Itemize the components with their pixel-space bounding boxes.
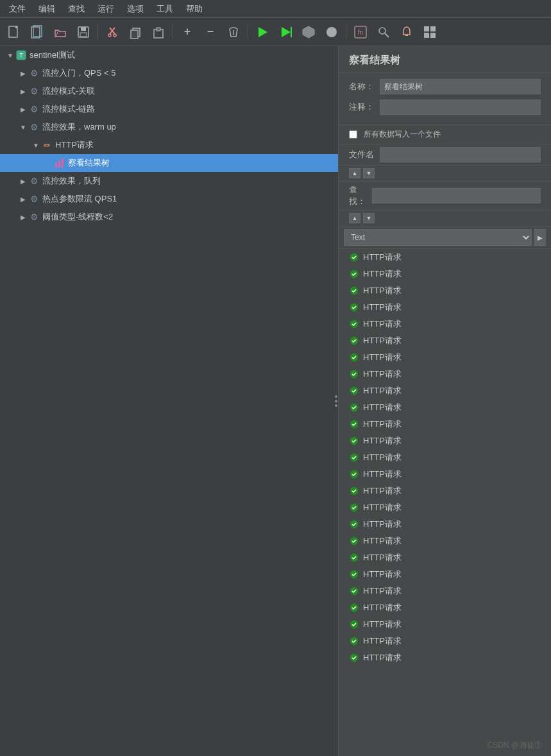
result-item[interactable]: HTTP请求 [339, 516, 551, 533]
tree-node-5[interactable]: ▶ ⚙ 流控效果，队列 [0, 172, 338, 190]
shield-icon [349, 469, 359, 479]
down-arrow-btn-2[interactable]: ▼ [363, 213, 375, 223]
gear-icon-2: ⚙ [28, 85, 40, 97]
result-item[interactable]: HTTP请求 [339, 466, 551, 483]
add-button[interactable]: + [177, 22, 198, 42]
up-arrow-btn-2[interactable]: ▲ [349, 213, 360, 223]
handle-dot-3 [335, 404, 337, 407]
dropdown-row: Text RegExp CSS ▶ [339, 227, 551, 249]
menu-options[interactable]: 选项 [121, 1, 150, 17]
down-arrow-btn-1[interactable]: ▼ [363, 168, 375, 178]
paste-button[interactable] [148, 22, 169, 42]
result-item[interactable]: HTTP请求 [339, 566, 551, 583]
label-6: 热点参数限流 QPS1 [42, 193, 117, 205]
result-item[interactable]: HTTP请求 [339, 583, 551, 599]
label-2: 流控模式-关联 [42, 85, 95, 97]
svg-point-23 [379, 28, 386, 34]
search-toolbar-button[interactable] [373, 22, 394, 42]
tree-panel: ▼ T sentinel测试 ▶ ⚙ 流控入门，QPS < 5 ▶ ⚙ 流控模式… [0, 46, 339, 756]
chart-icon-4b [54, 157, 65, 169]
result-item[interactable]: HTTP请求 [339, 282, 551, 299]
grid-button[interactable] [420, 22, 440, 42]
result-item[interactable]: HTTP请求 [339, 549, 551, 566]
tree-node-2[interactable]: ▶ ⚙ 流控模式-关联 [0, 82, 338, 100]
shield-icon [349, 603, 359, 613]
filename-input[interactable] [380, 147, 541, 162]
result-item[interactable]: HTTP请求 [339, 316, 551, 332]
svg-rect-12 [131, 30, 138, 39]
result-item[interactable]: HTTP请求 [339, 633, 551, 649]
name-label: 名称： [349, 81, 380, 92]
result-item[interactable]: HTTP请求 [339, 266, 551, 282]
result-item-label: HTTP请求 [363, 352, 402, 363]
shield-icon [349, 503, 359, 513]
write-all-checkbox[interactable] [349, 130, 357, 139]
cut-button[interactable] [102, 22, 123, 42]
menu-find[interactable]: 查找 [62, 1, 91, 17]
pencil-icon-4a: ✏ [41, 139, 53, 151]
menu-edit[interactable]: 编辑 [32, 1, 62, 17]
result-item-label: HTTP请求 [363, 368, 402, 380]
result-item[interactable]: HTTP请求 [339, 299, 551, 316]
remove-button[interactable]: − [200, 22, 221, 42]
result-item[interactable]: HTTP请求 [339, 382, 551, 399]
run-button[interactable] [252, 22, 273, 42]
result-item[interactable]: HTTP请求 [339, 533, 551, 549]
tree-node-1[interactable]: ▶ ⚙ 流控入门，QPS < 5 [0, 64, 338, 82]
panel-resize-handle[interactable] [335, 395, 337, 407]
menu-tools[interactable]: 工具 [150, 1, 180, 17]
result-item[interactable]: HTTP请求 [339, 499, 551, 516]
menu-file[interactable]: 文件 [3, 1, 32, 17]
file-row: 文件名 [339, 144, 551, 166]
run-remote-button[interactable] [275, 22, 296, 42]
result-item-label: HTTP请求 [363, 635, 402, 647]
tree-node-6[interactable]: ▶ ⚙ 热点参数限流 QPS1 [0, 190, 338, 208]
result-item[interactable]: HTTP请求 [339, 449, 551, 466]
up-arrow-btn-1[interactable]: ▲ [349, 168, 360, 178]
save-button[interactable] [73, 22, 94, 42]
new-button[interactable] [4, 22, 24, 42]
toolbar: + − fn [0, 18, 551, 46]
result-item[interactable]: HTTP请求 [339, 483, 551, 499]
tree-node-7[interactable]: ▶ ⚙ 阈值类型-线程数<2 [0, 208, 338, 226]
svg-rect-6 [80, 33, 87, 37]
result-item[interactable]: HTTP请求 [339, 433, 551, 449]
stop-all-button[interactable] [321, 22, 342, 42]
search-label: 查找： [349, 184, 372, 207]
function-button[interactable]: fn [350, 22, 371, 42]
search-input[interactable] [372, 188, 541, 203]
result-item[interactable]: HTTP请求 [339, 332, 551, 349]
bell-button[interactable] [396, 22, 417, 42]
new-template-button[interactable] [27, 22, 47, 42]
view-type-select[interactable]: Text RegExp CSS [344, 229, 532, 246]
tree-root[interactable]: ▼ T sentinel测试 [0, 46, 338, 64]
shield-icon [349, 653, 359, 663]
open-button[interactable] [50, 22, 71, 42]
comment-input[interactable] [380, 99, 541, 115]
result-item[interactable]: HTTP请求 [339, 399, 551, 416]
clear-button[interactable] [223, 22, 244, 42]
svg-rect-1 [15, 26, 17, 28]
dropdown-expand-btn[interactable]: ▶ [534, 229, 546, 246]
gear-icon-4: ⚙ [28, 121, 40, 133]
result-item[interactable]: HTTP请求 [339, 249, 551, 266]
svg-rect-5 [81, 27, 86, 31]
result-item[interactable]: HTTP请求 [339, 416, 551, 433]
result-item[interactable]: HTTP请求 [339, 649, 551, 666]
stop-button[interactable] [298, 22, 319, 42]
copy-button[interactable] [125, 22, 146, 42]
menu-help[interactable]: 帮助 [180, 1, 209, 17]
handle-dot-2 [335, 400, 337, 402]
result-item-label: HTTP请求 [363, 385, 402, 397]
result-item[interactable]: HTTP请求 [339, 349, 551, 366]
tree-node-4[interactable]: ▼ ⚙ 流控效果，warm up [0, 118, 338, 136]
menu-run[interactable]: 运行 [91, 1, 121, 17]
result-item[interactable]: HTTP请求 [339, 616, 551, 633]
tree-node-3[interactable]: ▶ ⚙ 流控模式-链路 [0, 100, 338, 118]
panel-title: 察看结果树 [339, 46, 551, 73]
tree-node-4b[interactable]: ▶ 察看结果树 [0, 154, 338, 172]
result-item[interactable]: HTTP请求 [339, 366, 551, 382]
result-item[interactable]: HTTP请求 [339, 599, 551, 616]
tree-node-4a[interactable]: ▼ ✏ HTTP请求 [0, 136, 338, 154]
name-input[interactable] [380, 79, 541, 94]
